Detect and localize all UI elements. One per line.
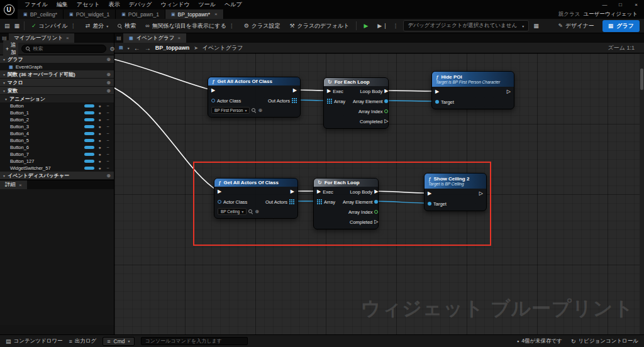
array-out-pin[interactable] [292, 98, 297, 103]
section-event-dispatchers[interactable]: ▾ イベントディスパッチャー ⊕ [0, 172, 114, 180]
close-tab-icon[interactable]: × [66, 35, 69, 41]
close-tab-icon[interactable]: × [214, 11, 218, 17]
notify-icon[interactable]: ● [97, 159, 103, 163]
menu-debug[interactable]: デバッグ [125, 0, 157, 9]
breadcrumb-current[interactable]: イベントグラフ [203, 44, 243, 52]
add-function-icon[interactable]: ⊕ [106, 72, 111, 77]
search-icon[interactable] [252, 108, 256, 113]
add-variable-icon[interactable]: ⊕ [106, 88, 111, 94]
search-input[interactable] [33, 46, 102, 52]
hide-unrelated-options-icon[interactable]: ⋮ [229, 23, 235, 29]
browse-icon[interactable]: ▦ [14, 23, 20, 29]
menu-file[interactable]: ファイル [20, 0, 52, 9]
variable-row-button[interactable]: Button ● ~ [0, 102, 114, 109]
class-pin[interactable] [211, 99, 215, 102]
section-graphs[interactable]: ▾ グラフ ⊕ [0, 55, 114, 63]
notify-icon[interactable]: ● [97, 118, 103, 122]
array-index-pin[interactable] [384, 109, 388, 113]
notify-icon[interactable]: ● [97, 152, 103, 157]
visibility-icon[interactable]: ~ [105, 152, 111, 157]
cmd-select[interactable]: ≡ Cmd ▾ [103, 337, 134, 346]
output-log-button[interactable]: ≡ 出力ログ [69, 338, 97, 345]
breadcrumb-root[interactable]: BP_toppawn [155, 45, 190, 51]
exec-in-pin[interactable]: ▶ [211, 88, 215, 93]
visibility-icon[interactable]: ~ [105, 166, 111, 170]
tab-poi-widget[interactable]: ▣ POI_widget_1 [64, 9, 116, 19]
notify-icon[interactable]: ● [97, 145, 103, 150]
frame-skip-button[interactable]: ▶| [375, 21, 388, 30]
save-icon[interactable]: ▤ [4, 23, 10, 29]
graph-canvas[interactable]: ウィジェット ブループリント ƒ Get All Actors Of Class… [114, 53, 644, 334]
notify-icon[interactable]: ● [97, 104, 103, 108]
node-hide-poi[interactable]: ƒ Hide POI Target is BP First Person Cha… [431, 71, 514, 109]
exec-out-pin[interactable]: ▶ [293, 88, 297, 93]
tab-bp-toppawn[interactable]: ▣ BP_toppawn* × [165, 9, 224, 19]
maximize-button[interactable]: □ [613, 0, 628, 9]
variable-row-button-6[interactable]: Button_6 ● ~ [0, 144, 114, 151]
exec-in-pin[interactable]: ▶ [327, 89, 331, 94]
find-button[interactable]: 検索 [115, 21, 138, 31]
revision-control-button[interactable]: ↻ リビジョンコントロール [571, 338, 638, 345]
add-macro-icon[interactable]: ⊕ [106, 80, 111, 85]
class-settings-button[interactable]: ⚙ クラス設定 [242, 21, 283, 31]
section-macros[interactable]: ▾ マクロ ⊕ [0, 79, 114, 87]
close-tab-icon[interactable]: × [178, 35, 181, 41]
visibility-icon[interactable]: ~ [105, 118, 111, 122]
tab-bp-ceiling[interactable]: ▣ BP_ceiling* [18, 9, 64, 19]
use-selected-icon[interactable]: ⊕ [258, 107, 262, 113]
menu-window[interactable]: ウィンドウ [157, 0, 194, 9]
menu-view[interactable]: 表示 [104, 0, 125, 9]
variable-row-button-5[interactable]: Button_5 ● ~ [0, 137, 114, 144]
panel-dock-icon[interactable]: ▤ [114, 33, 123, 43]
array-in-pin[interactable] [327, 99, 332, 104]
graph-mode-button[interactable]: ▦ グラフ [602, 20, 640, 32]
visibility-icon[interactable]: ~ [105, 111, 111, 115]
compile-options-icon[interactable]: ⋮ [70, 23, 76, 29]
menu-asset[interactable]: アセット [72, 0, 104, 9]
visibility-icon[interactable]: ~ [105, 138, 111, 143]
debug-object-select[interactable]: デバッグオブジェクトが選択されていません ▾ [403, 20, 530, 31]
array-element-pin[interactable] [384, 99, 388, 103]
section-variables[interactable]: ▾ 変数 ⊕ [0, 87, 114, 95]
debug-filter-icon[interactable]: ▦ [533, 23, 539, 29]
tab-poi-pawn[interactable]: ▣ POI_pawn_1 [116, 9, 165, 19]
notify-icon[interactable]: ● [97, 124, 103, 129]
class-defaults-button[interactable]: ⚒ クラスのデフォルト [287, 21, 352, 31]
visibility-icon[interactable]: ~ [105, 104, 111, 108]
category-animation[interactable]: ▾ アニメーション [0, 95, 114, 102]
variable-row-button-2[interactable]: Button_2 ● ~ [0, 116, 114, 123]
section-functions[interactable]: ▾ 関数 (36 オーバーライド可能) ⊕ [0, 70, 114, 79]
visibility-icon[interactable]: ~ [105, 145, 111, 150]
tab-details[interactable]: 詳細 × [0, 180, 27, 189]
tab-event-graph[interactable]: ▦ イベントグラフ × [123, 33, 186, 43]
parent-class-value[interactable]: ユーザーウィジェット [583, 11, 638, 18]
add-button[interactable]: + 追加 [3, 40, 18, 58]
hide-unrelated-button[interactable]: ∞ 無関係な項目を非表示にする ⋮ [143, 21, 236, 31]
notify-icon[interactable]: ● [97, 111, 103, 115]
variable-row-button-3[interactable]: Button_3 ● ~ [0, 123, 114, 130]
target-pin[interactable] [435, 100, 439, 104]
node-get-all-actors-of-class-top[interactable]: ƒ Get All Actors Of Class ▶ ▶ Actor Clas… [208, 77, 301, 118]
play-button[interactable]: ▶ [361, 21, 370, 30]
back-icon[interactable]: ← [134, 45, 140, 52]
menu-edit[interactable]: 編集 [52, 0, 72, 9]
tab-my-blueprint[interactable]: マイブループリント × [9, 33, 74, 43]
menu-help[interactable]: ヘルプ [220, 0, 247, 9]
node-for-each-loop-top[interactable]: ↻ For Each Loop ▶ Exec Array Loop B [323, 77, 389, 129]
scrollbar-thumb[interactable] [640, 69, 643, 90]
close-tab-icon[interactable]: × [19, 182, 22, 188]
variable-row-widgetswitcher-57[interactable]: WidgetSwitcher_57 ● ~ [0, 165, 114, 172]
loop-body-pin[interactable]: ▶ [384, 89, 388, 94]
event-graph-item[interactable]: ▦ EventGraph [0, 63, 114, 70]
exec-out-pin[interactable]: ▷ [507, 89, 511, 94]
menu-tools[interactable]: ツール [194, 0, 220, 9]
class-select[interactable]: BP First Person ▾ [211, 107, 250, 114]
diff-button[interactable]: ⇄ 差分 ▾ [83, 21, 111, 31]
content-drawer-button[interactable]: ▤ コンテンツドロワー [6, 338, 63, 345]
visibility-icon[interactable]: ~ [105, 124, 111, 129]
console-command-input[interactable] [141, 337, 248, 345]
variable-row-button-4[interactable]: Button_4 ● ~ [0, 130, 114, 137]
variable-row-button-1[interactable]: Button_1 ● ~ [0, 109, 114, 116]
notify-icon[interactable]: ● [97, 131, 103, 136]
minimize-button[interactable]: — [597, 0, 613, 9]
